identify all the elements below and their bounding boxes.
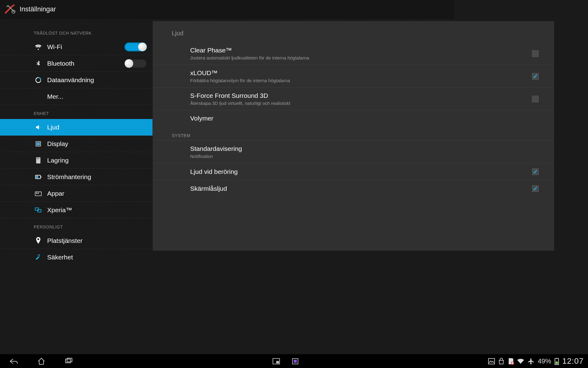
power-icon bbox=[34, 174, 43, 180]
sidebar-item-label: Lagring bbox=[47, 157, 69, 164]
sidebar-item-label: Strömhantering bbox=[47, 173, 91, 181]
sidebar-item-more[interactable]: Mer... bbox=[0, 88, 153, 105]
setting-title: S-Force Front Surround 3D bbox=[190, 92, 454, 99]
sidebar-item-sound[interactable]: Ljud bbox=[0, 119, 153, 136]
setting-clearphase[interactable]: Clear Phase™ Justera automatiskt ljudkva… bbox=[153, 42, 454, 65]
sound-settings-panel: Ljud Clear Phase™ Justera automatiskt lj… bbox=[153, 21, 454, 251]
sound-icon bbox=[34, 124, 43, 131]
sidebar-item-label: Ljud bbox=[47, 124, 59, 131]
security-icon bbox=[34, 254, 43, 261]
setting-title: Clear Phase™ bbox=[190, 47, 454, 54]
svg-rect-5 bbox=[37, 158, 37, 159]
svg-rect-15 bbox=[38, 209, 41, 212]
sidebar-item-label: Display bbox=[47, 140, 68, 148]
sidebar-item-storage[interactable]: Lagring bbox=[0, 152, 153, 169]
sidebar-item-label: Säkerhet bbox=[47, 254, 73, 261]
setting-title: xLOUD™ bbox=[190, 69, 454, 77]
sidebar-item-label: Appar bbox=[47, 190, 64, 197]
svg-rect-9 bbox=[40, 176, 41, 178]
display-icon bbox=[34, 141, 43, 147]
wifi-toggle[interactable] bbox=[124, 42, 147, 52]
setting-default-notification[interactable]: Standardavisering Notification bbox=[153, 140, 454, 163]
location-icon bbox=[34, 237, 43, 244]
setting-title: Standardavisering bbox=[190, 145, 454, 152]
setting-lock-sounds[interactable]: Skärmlåsljud bbox=[153, 180, 454, 197]
apps-icon bbox=[34, 191, 43, 196]
setting-title: Skärmlåsljud bbox=[190, 185, 454, 192]
sidebar-item-xperia[interactable]: Xperia™ bbox=[0, 202, 153, 218]
svg-rect-10 bbox=[36, 176, 38, 178]
sidebar-item-label: Xperia™ bbox=[47, 206, 72, 214]
sidebar-item-label: Platstjänster bbox=[47, 237, 83, 244]
svg-rect-14 bbox=[35, 208, 39, 210]
setting-subtitle: Återskapa 3D ljud virtuellt, naturligt o… bbox=[190, 101, 454, 106]
setting-touch-sounds[interactable]: Ljud vid beröring bbox=[153, 163, 454, 180]
sidebar-item-display[interactable]: Display bbox=[0, 136, 153, 152]
section-personal: PERSONLIGT bbox=[0, 218, 153, 232]
settings-sidebar: TRÅDLÖST OCH NÄTVERK Wi-Fi Bluetooth Dat… bbox=[0, 18, 153, 270]
sidebar-item-security[interactable]: Säkerhet bbox=[0, 249, 153, 266]
xperia-icon bbox=[34, 207, 43, 213]
section-system: SYSTEM bbox=[153, 126, 454, 140]
data-usage-icon bbox=[34, 77, 43, 83]
section-device: ENHET bbox=[0, 105, 153, 119]
sidebar-item-label: Bluetooth bbox=[47, 60, 74, 67]
setting-xloud[interactable]: xLOUD™ Förbättra högtalarvolym för de in… bbox=[153, 65, 454, 88]
sidebar-item-label: Dataanvändning bbox=[47, 76, 94, 84]
setting-title: Ljud vid beröring bbox=[190, 168, 454, 175]
setting-title: Volymer bbox=[190, 115, 454, 122]
panel-title: Ljud bbox=[153, 21, 454, 42]
page-title: Inställningar bbox=[20, 5, 56, 13]
svg-rect-7 bbox=[39, 158, 39, 159]
sidebar-item-datausage[interactable]: Dataanvändning bbox=[0, 72, 153, 88]
storage-icon bbox=[34, 157, 43, 164]
sidebar-item-location[interactable]: Platstjänster bbox=[0, 232, 153, 249]
setting-subtitle: Notification bbox=[190, 154, 454, 159]
bluetooth-toggle[interactable] bbox=[124, 59, 147, 68]
setting-subtitle: Förbättra högtalarvolym för de interna h… bbox=[190, 78, 454, 83]
svg-rect-3 bbox=[37, 142, 40, 145]
setting-sforce[interactable]: S-Force Front Surround 3D Återskapa 3D l… bbox=[153, 88, 454, 110]
sidebar-item-label: Wi-Fi bbox=[47, 43, 62, 51]
wifi-icon bbox=[34, 44, 43, 50]
sidebar-item-apps[interactable]: Appar bbox=[0, 185, 153, 202]
sidebar-item-power[interactable]: Strömhantering bbox=[0, 169, 153, 185]
app-top-bar: Inställningar bbox=[0, 0, 454, 18]
svg-rect-6 bbox=[38, 158, 38, 159]
setting-volumes[interactable]: Volymer bbox=[153, 110, 454, 126]
sidebar-item-wifi[interactable]: Wi-Fi bbox=[0, 39, 153, 55]
bluetooth-icon bbox=[34, 60, 43, 67]
svg-rect-13 bbox=[38, 193, 39, 194]
svg-rect-12 bbox=[36, 193, 37, 194]
section-wireless: TRÅDLÖST OCH NÄTVERK bbox=[0, 25, 153, 39]
setting-subtitle: Justera automatiskt ljudkvaliteten för d… bbox=[190, 55, 454, 60]
sidebar-item-label: Mer... bbox=[47, 93, 63, 100]
settings-icon bbox=[4, 3, 16, 15]
sidebar-item-bluetooth[interactable]: Bluetooth bbox=[0, 55, 153, 72]
